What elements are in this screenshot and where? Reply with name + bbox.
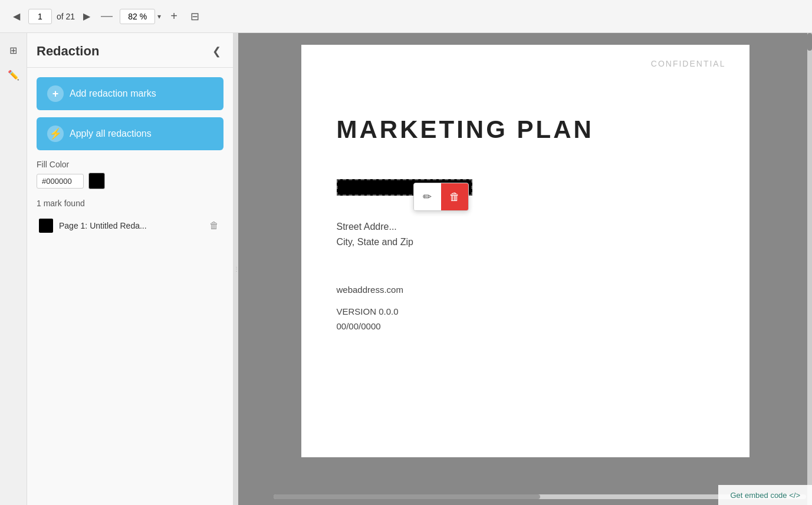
icon-strip: ⊞ ✏️ [0,33,27,505]
redaction-panel: Redaction ❮ + Add redaction marks ⚡ Appl… [27,33,234,505]
lightning-icon-circle: ⚡ [47,126,64,142]
mark-item: Page 1: Untitled Reda... 🗑 [37,215,223,236]
add-redaction-button[interactable]: + Add redaction marks [37,77,223,110]
apply-redactions-label: Apply all redactions [70,128,152,139]
lightning-icon: ⚡ [49,127,62,140]
main-layout: ⊞ ✏️ Redaction ❮ + Add redaction marks ⚡… [0,33,812,505]
plus-icon: + [52,88,59,100]
embed-code-icon: </> [789,491,800,500]
redaction-inline-toolbar: ✏ 🗑 [413,183,469,211]
fill-color-label: Fill Color [37,160,223,169]
get-embed-link[interactable]: Get embed code </> [730,491,800,500]
zoom-control: ▾ [120,9,162,24]
mark-color-swatch [39,219,53,233]
add-icon-circle: + [47,85,64,102]
resize-dots: ⋮ [234,266,238,272]
toolbar-separator [101,16,113,17]
fill-color-input[interactable] [37,174,84,189]
document-area: CONFIDENTIAL MARKETING PLAN ✏ 🗑 Street A… [238,33,812,505]
add-redaction-label: Add redaction marks [70,88,156,99]
pencil-icon: ✏️ [8,70,19,81]
panel-header: Redaction ❮ [27,33,233,68]
document-version: VERSION 0.0.0 [337,306,702,316]
document-title: MARKETING PLAN [337,115,702,144]
fill-color-section: Fill Color [37,160,223,189]
footer-bar: Get embed code </> [718,485,812,505]
apply-redactions-button[interactable]: ⚡ Apply all redactions [37,117,223,150]
zoom-plus-button[interactable]: + [167,7,181,25]
address-line1: Street Addre... [337,219,702,235]
redaction-mark-container: ✏ 🗑 [337,161,472,210]
vertical-scrollbar-thumb[interactable] [807,33,812,51]
next-page-button[interactable]: ▶ [80,8,94,24]
zoom-dropdown-button[interactable]: ▾ [156,11,162,22]
fill-color-swatch[interactable] [88,173,105,189]
marks-list: Page 1: Untitled Reda... 🗑 [37,215,223,236]
panel-collapse-button[interactable]: ❮ [210,42,223,60]
page-number-input[interactable] [28,9,52,24]
page-of-label: of 21 [57,12,75,21]
grid-icon: ⊞ [9,45,17,56]
prev-page-button[interactable]: ◀ [9,8,24,24]
mark-delete-button[interactable]: 🗑 [207,219,221,232]
vertical-scrollbar[interactable] [807,33,812,505]
horizontal-scrollbar-thumb[interactable] [274,494,540,499]
get-embed-label: Get embed code [730,491,787,500]
panel-title: Redaction [37,44,99,59]
fit-page-button[interactable]: ⊟ [186,8,204,25]
zoom-input[interactable] [120,9,155,24]
document-page: CONFIDENTIAL MARKETING PLAN ✏ 🗑 Street A… [301,45,749,457]
document-address: Street Addre... City, State and Zip [337,219,702,249]
mark-label: Page 1: Untitled Reda... [59,221,201,230]
document-date: 00/00/0000 [337,321,702,331]
redaction-delete-button[interactable]: 🗑 [441,183,468,210]
document-website: webaddress.com [337,285,702,295]
trash-icon: 🗑 [449,191,460,203]
redaction-tool-button[interactable]: ✏️ [4,65,24,85]
address-line2: City, State and Zip [337,235,702,250]
marks-count: 1 mark found [37,199,223,208]
panel-content: + Add redaction marks ⚡ Apply all redact… [27,68,233,246]
redaction-edit-button[interactable]: ✏ [414,183,441,210]
confidential-watermark: CONFIDENTIAL [651,59,726,68]
fill-color-row [37,173,223,189]
grid-view-button[interactable]: ⊞ [4,40,24,60]
top-toolbar: ◀ of 21 ▶ ▾ + ⊟ [0,0,812,33]
panel-resize-handle[interactable]: ⋮ [234,33,238,505]
